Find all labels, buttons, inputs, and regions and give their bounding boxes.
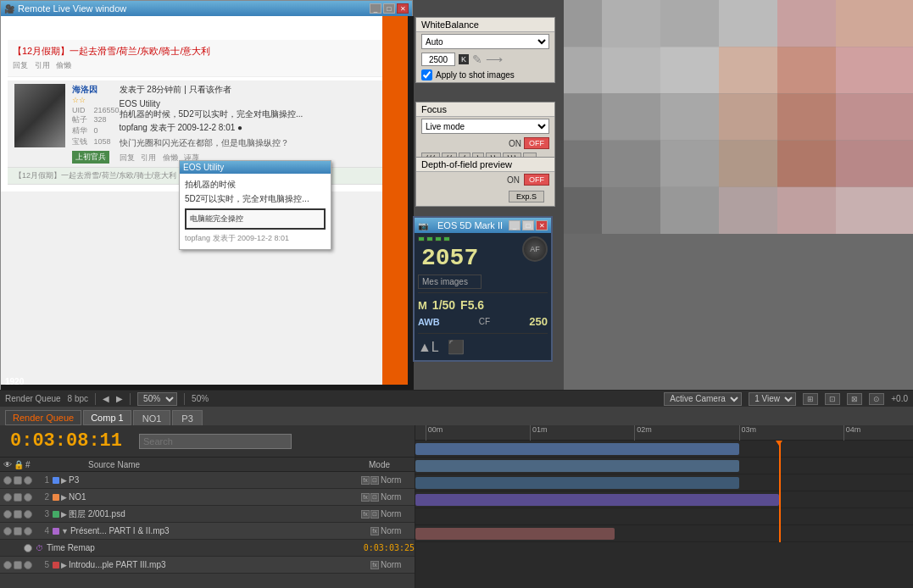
- layer-3-controls: [0, 510, 36, 519]
- svg-rect-22: [719, 141, 777, 187]
- ae-divider-2: [130, 393, 131, 405]
- eos-utility-box: 电脑能完全操控: [185, 208, 326, 230]
- camera-quality-icon: ▲L: [418, 340, 439, 355]
- layer-1-controls: [0, 476, 36, 485]
- ae-corner-btn-1[interactable]: ⊞: [803, 393, 818, 405]
- wb-mode-select[interactable]: Auto: [421, 34, 549, 49]
- layer-5-mode: Norm: [381, 560, 415, 569]
- layer-row-2: 2 ▶ NO1 fx ⊡ Norm: [0, 489, 415, 506]
- rlv-title: Remote Live View window: [18, 3, 126, 14]
- eos-camera-icon: 📷: [418, 221, 428, 230]
- timeline-tracks: [415, 441, 913, 542]
- ae-corner-btn-2[interactable]: ⊡: [825, 393, 840, 405]
- camera-mode-row: M 1/50 F5.6: [418, 297, 548, 313]
- layer-4-controls: [0, 527, 36, 535]
- layer-3-eye[interactable]: [3, 510, 12, 519]
- ae-active-camera[interactable]: Active Camera: [664, 392, 742, 406]
- camera-close-btn[interactable]: ✕: [536, 220, 548, 230]
- layer-4-eye[interactable]: [3, 527, 12, 535]
- ae-view-select[interactable]: 1 View: [749, 392, 796, 406]
- wb-apply-checkbox[interactable]: [421, 69, 432, 80]
- layer-1-num: 1: [36, 475, 51, 485]
- layer-1-expand[interactable]: ▶: [61, 476, 67, 485]
- track-block-5: [415, 528, 615, 540]
- p3-tab[interactable]: P3: [172, 410, 202, 425]
- layer-2-expand[interactable]: ▶: [61, 493, 67, 502]
- layer-5-lock[interactable]: [14, 561, 22, 569]
- layer-5-expand[interactable]: ▶: [61, 561, 67, 569]
- layer-2-icon-1[interactable]: fx: [361, 493, 370, 502]
- svg-rect-25: [564, 187, 602, 234]
- no1-tab[interactable]: NO1: [133, 410, 171, 425]
- wb-apply-row: Apply to shot images: [416, 68, 554, 82]
- layer-4-solo[interactable]: [24, 527, 32, 535]
- layer-3-expand[interactable]: ▶: [61, 510, 67, 519]
- track-row-time-remap: [415, 508, 913, 525]
- rlv-close-btn[interactable]: ✕: [397, 3, 409, 14]
- layer-3-icon-2[interactable]: ⊡: [370, 510, 379, 519]
- layer-4-expand[interactable]: ▼: [61, 527, 69, 535]
- layer-2-icons: fx ⊡: [359, 493, 381, 502]
- layer-1-eye[interactable]: [3, 476, 12, 485]
- user-stats: UID 216550 帖子 328 精华 0 宝钱 1058: [72, 106, 120, 147]
- layer-5-num: 5: [36, 560, 51, 569]
- layer-2-eye[interactable]: [3, 493, 12, 502]
- ruler-mark-0: 00m: [426, 425, 443, 441]
- ae-search-input[interactable]: [139, 434, 292, 449]
- time-remap-controls: [20, 544, 36, 552]
- layer-4-icon-1[interactable]: fx: [370, 527, 379, 535]
- layer-5-solo[interactable]: [24, 561, 32, 569]
- layer-1-mode: Norm: [381, 475, 415, 485]
- rlv-minimize-btn[interactable]: _: [370, 3, 381, 14]
- dof-off-button[interactable]: OFF: [524, 174, 549, 186]
- layer-row-3: 3 ▶ 图层 2/001.psd fx ⊡ Norm: [0, 506, 415, 523]
- camera-restore-btn[interactable]: _: [509, 220, 521, 230]
- ae-corner-btn-4[interactable]: ⊙: [869, 393, 884, 405]
- layer-1-icon-2[interactable]: ⊡: [370, 476, 379, 485]
- timeline-playhead[interactable]: [779, 441, 781, 542]
- rlv-content: 【12月假期】一起去滑雪/荷兰/东欧/骑士/意大利 回复 引用 偷懒 海洛因 ☆…: [1, 16, 414, 391]
- layer-1-icon-1[interactable]: fx: [361, 476, 370, 485]
- time-remap-eye[interactable]: [24, 544, 32, 552]
- camera-af-dial[interactable]: AF: [522, 236, 548, 262]
- time-remap-timecode: 0:03:03:25: [364, 543, 415, 552]
- time-remap-name: Time Remap: [47, 543, 364, 552]
- layer-5-name: Introdu...ple PART III.mp3: [69, 560, 369, 569]
- layer-2-lock[interactable]: [14, 493, 22, 502]
- ae-corner-btn-3[interactable]: ⊠: [847, 393, 862, 405]
- layer-1-lock[interactable]: [14, 476, 22, 485]
- track-row-5: [415, 525, 913, 542]
- ae-layers-panel: 0:03:08:11 👁 🔒 # Source Name Mode: [0, 425, 415, 588]
- layer-3-color: [53, 511, 59, 518]
- focus-mode-select[interactable]: Live mode: [421, 119, 549, 134]
- layer-2-controls: [0, 493, 36, 502]
- svg-rect-5: [777, 0, 836, 47]
- k-label: K: [459, 54, 469, 64]
- wb-temperature-input[interactable]: [421, 53, 455, 66]
- focus-off-button[interactable]: OFF: [524, 137, 549, 149]
- layer-1-name: P3: [69, 475, 359, 485]
- ae-zoom-select[interactable]: 50%: [137, 392, 177, 406]
- post-meta: 发表于 28分钟前 | 只看该作者: [82, 84, 394, 96]
- layer-5-icons: fx: [369, 561, 381, 569]
- eos-utility-title: EOS Utility: [180, 161, 331, 174]
- layer-3-icon-1[interactable]: fx: [361, 510, 370, 519]
- layer-2-solo[interactable]: [24, 493, 32, 502]
- exp-button[interactable]: Exp.S: [509, 191, 544, 202]
- ae-main: 0:03:08:11 👁 🔒 # Source Name Mode: [0, 425, 913, 588]
- camera-maximize-btn[interactable]: □: [522, 220, 534, 230]
- layer-4-lock[interactable]: [14, 527, 22, 535]
- layer-3-solo[interactable]: [24, 510, 32, 519]
- camera-titlebar-btns: _ □ ✕: [509, 220, 548, 230]
- render-queue-tab[interactable]: Render Queue: [5, 410, 81, 425]
- layer-2-icon-2[interactable]: ⊡: [370, 493, 379, 502]
- ae-icon-2: ▶: [116, 394, 123, 403]
- user-level: ☆☆: [72, 96, 120, 104]
- camera-top-row: 2057 Mes images AF: [418, 236, 548, 289]
- rlv-maximize-btn[interactable]: □: [383, 3, 395, 14]
- layer-3-lock[interactable]: [14, 510, 22, 519]
- layer-5-eye[interactable]: [3, 561, 12, 569]
- comp-tab[interactable]: Comp 1: [83, 410, 131, 425]
- layer-1-solo[interactable]: [24, 476, 32, 485]
- layer-5-icon-1[interactable]: fx: [370, 561, 379, 569]
